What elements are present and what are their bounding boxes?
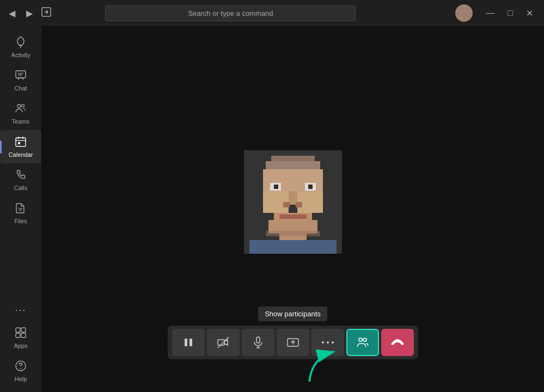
sidebar-item-activity[interactable]: Activity [0, 30, 41, 64]
minimize-button[interactable]: — [479, 6, 501, 20]
apps-icon [15, 327, 27, 340]
svg-rect-31 [308, 185, 313, 189]
svg-rect-2 [19, 45, 22, 46]
svg-point-20 [20, 368, 21, 369]
sidebar-item-label: Calls [14, 185, 27, 191]
call-controls-wrapper: Show participants [168, 307, 418, 359]
call-content: Show participants [41, 26, 544, 392]
svg-rect-46 [256, 337, 260, 343]
svg-rect-12 [18, 142, 20, 144]
show-participants-tooltip: Show participants [258, 307, 327, 321]
help-icon [15, 360, 27, 373]
sidebar-item-help[interactable]: Help [0, 354, 41, 388]
sidebar-item-label: Teams [12, 118, 29, 125]
svg-rect-15 [16, 328, 20, 332]
window-controls: — □ ✕ [479, 6, 540, 21]
arrow-indicator [304, 346, 347, 387]
video-button[interactable] [207, 329, 240, 356]
sidebar-item-label: Apps [14, 342, 27, 349]
end-call-button[interactable] [381, 329, 414, 356]
sidebar-item-calls[interactable]: Calls [0, 163, 41, 197]
chat-icon [15, 69, 27, 83]
svg-rect-17 [16, 333, 20, 338]
sidebar-item-chat[interactable]: Chat [0, 64, 41, 97]
svg-rect-38 [279, 215, 307, 219]
share-icon[interactable] [41, 7, 51, 20]
sidebar-item-label: Activity [11, 52, 30, 58]
svg-point-1 [20, 47, 22, 48]
svg-rect-36 [296, 202, 302, 207]
calls-icon [15, 169, 27, 182]
nav-buttons: ◀ ▶ [4, 6, 37, 21]
ellipsis-icon: ··· [15, 304, 26, 316]
sidebar-item-apps[interactable]: Apps [0, 321, 41, 354]
sidebar-item-label: Help [15, 376, 27, 382]
svg-rect-18 [21, 333, 26, 338]
svg-rect-42 [266, 231, 320, 236]
sidebar-item-label: Chat [14, 85, 27, 91]
hold-button[interactable] [172, 329, 205, 356]
svg-rect-41 [249, 240, 337, 254]
sidebar-item-ellipsis[interactable]: ··· [0, 299, 41, 321]
activity-icon [15, 36, 27, 50]
svg-rect-30 [274, 185, 278, 189]
sidebar-item-files[interactable]: Files [0, 197, 41, 230]
svg-rect-35 [283, 202, 290, 207]
call-controls-bar [168, 326, 418, 359]
face-mosaic [244, 150, 342, 254]
calendar-icon [15, 136, 27, 149]
sidebar-item-label: Files [14, 218, 27, 224]
main-layout: Activity Chat Te [0, 26, 544, 392]
svg-point-52 [332, 341, 334, 344]
svg-point-50 [322, 341, 324, 344]
search-bar[interactable]: Search or type a command [105, 5, 356, 21]
svg-point-6 [17, 105, 21, 108]
sidebar-item-label: Calendar [9, 151, 33, 158]
svg-point-53 [359, 338, 362, 341]
svg-point-54 [363, 338, 366, 341]
sidebar: Activity Chat Te [0, 26, 41, 392]
participant-avatar [244, 150, 342, 248]
sidebar-item-teams[interactable]: Teams [0, 97, 41, 130]
svg-rect-16 [21, 328, 26, 332]
svg-rect-3 [16, 71, 26, 78]
maximize-button[interactable]: □ [501, 6, 519, 20]
forward-button[interactable]: ▶ [22, 6, 37, 21]
participants-button[interactable] [346, 329, 379, 356]
svg-rect-44 [190, 339, 192, 346]
close-button[interactable]: ✕ [519, 6, 540, 21]
svg-line-45 [218, 337, 229, 348]
files-icon [15, 202, 27, 216]
titlebar: ◀ ▶ Search or type a command — □ ✕ [0, 0, 544, 26]
svg-point-51 [327, 341, 329, 344]
svg-rect-8 [16, 138, 26, 146]
svg-point-7 [22, 105, 25, 107]
mic-button[interactable] [242, 329, 274, 356]
svg-rect-24 [263, 169, 323, 183]
back-button[interactable]: ◀ [4, 6, 20, 21]
sidebar-item-calendar[interactable]: Calendar [0, 130, 41, 163]
svg-rect-43 [185, 339, 187, 346]
teams-icon [15, 102, 27, 116]
user-avatar [455, 4, 473, 22]
